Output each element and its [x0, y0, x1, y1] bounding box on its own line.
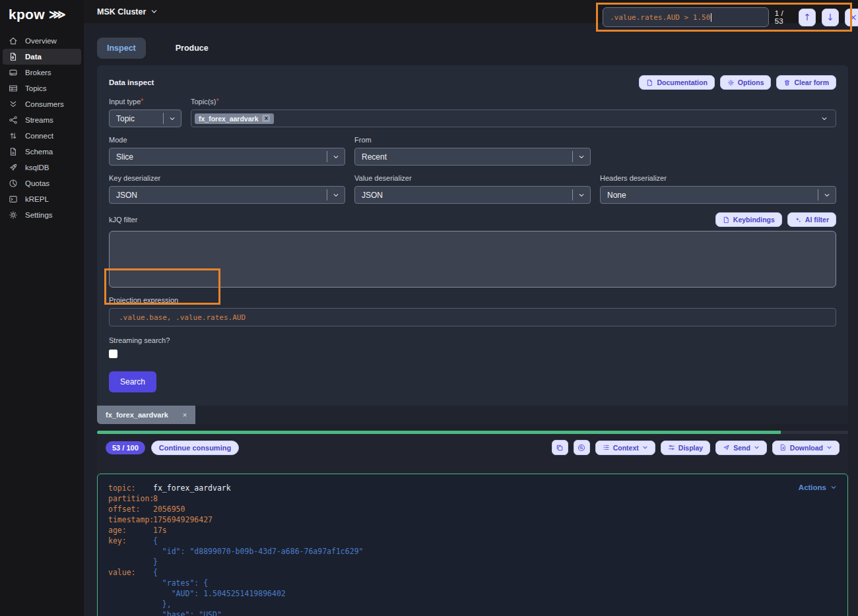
- input-type-field: Input type* Topic: [109, 98, 182, 127]
- topics-multiselect[interactable]: fx_forex_aardvark ×: [191, 109, 836, 127]
- page-tabs: Inspect Produce: [97, 38, 848, 59]
- chevron-down-icon: [754, 445, 760, 450]
- gear-icon: [9, 210, 18, 220]
- find-next-button[interactable]: ↓: [822, 9, 839, 26]
- find-previous-button[interactable]: ↑: [799, 9, 816, 26]
- search-results-button[interactable]: [574, 440, 590, 455]
- key-deserializer-select[interactable]: JSON: [109, 186, 345, 204]
- close-icon: ×: [849, 12, 857, 22]
- mode-select[interactable]: Slice: [109, 148, 345, 166]
- document-icon: [646, 79, 653, 86]
- message-row-partition: partition: 8: [108, 493, 837, 504]
- sidebar-item-ksqldb[interactable]: ksqlDB: [3, 160, 81, 175]
- from-field: From Recent: [354, 136, 591, 166]
- chevron-down-icon: [150, 8, 158, 15]
- result-tab-fx-forex-aardvark[interactable]: fx_forex_aardvark ×: [97, 406, 195, 424]
- results-toolbar: 53 / 100 Continue consuming Context: [97, 434, 848, 460]
- streaming-search-checkbox[interactable]: [109, 350, 117, 358]
- message-timestamp-value: 1756949296427: [153, 514, 213, 525]
- brokers-server-icon: [9, 68, 18, 77]
- chevron-down-icon: [573, 192, 590, 199]
- tab-inspect[interactable]: Inspect: [97, 38, 146, 59]
- find-match-position: 1 / 53: [775, 9, 793, 25]
- search-button[interactable]: Search: [109, 371, 156, 392]
- message-partition-value: 8: [153, 493, 158, 504]
- chevron-down-icon: [164, 115, 181, 122]
- sidebar-nav: Overview Data Brokers Topics Consumers S…: [0, 33, 84, 223]
- sidebar-item-quotas[interactable]: Quotas: [3, 175, 81, 191]
- text-caret: [711, 13, 711, 22]
- ai-filter-button[interactable]: AI filter: [787, 212, 836, 227]
- kjq-filter-textarea[interactable]: [109, 231, 836, 288]
- sidebar-item-connect[interactable]: Connect: [3, 128, 81, 144]
- sliders-icon: [668, 444, 675, 451]
- headers-deserializer-select[interactable]: None: [600, 186, 836, 204]
- sidebar-item-settings[interactable]: Settings: [3, 207, 81, 223]
- sidebar-item-label: Connect: [25, 132, 53, 140]
- cluster-selector[interactable]: MSK Cluster: [97, 7, 158, 16]
- sidebar-item-schema[interactable]: Schema: [3, 144, 81, 160]
- arrow-up-icon: ↑: [803, 12, 811, 22]
- documentation-button[interactable]: Documentation: [639, 75, 714, 90]
- streams-share-icon: [9, 115, 18, 125]
- value-deserializer-select[interactable]: JSON: [354, 186, 591, 204]
- topic-chip: fx_forex_aardvark ×: [195, 113, 274, 124]
- chevron-down-icon: [327, 154, 345, 160]
- send-dropdown[interactable]: Send: [715, 441, 767, 455]
- continue-consuming-button[interactable]: Continue consuming: [151, 441, 239, 455]
- chevron-down-icon: [573, 154, 590, 160]
- sidebar-item-label: Streams: [25, 116, 53, 124]
- data-file-icon: [9, 52, 18, 61]
- sidebar-item-overview[interactable]: Overview: [3, 33, 81, 49]
- consumers-chevrons-icon: [9, 100, 18, 109]
- topics-table-icon: [9, 84, 18, 93]
- sidebar-item-data[interactable]: Data: [3, 49, 81, 65]
- result-tabstrip: fx_forex_aardvark ×: [97, 406, 848, 424]
- clear-form-button[interactable]: Clear form: [776, 75, 836, 90]
- close-tab-icon[interactable]: ×: [183, 411, 187, 419]
- copy-icon: [556, 444, 564, 452]
- remove-topic-icon[interactable]: ×: [262, 115, 270, 122]
- gear-icon: [727, 79, 735, 86]
- actions-dropdown[interactable]: Actions: [799, 482, 837, 493]
- sidebar-item-consumers[interactable]: Consumers: [3, 96, 81, 112]
- download-dropdown[interactable]: Download: [772, 441, 840, 455]
- main-area: MSK Cluster Inspect Produce Data inspect…: [84, 0, 858, 616]
- message-row-value: value: { "rates": { "AUD": 1.50452514198…: [108, 567, 837, 616]
- tab-produce[interactable]: Produce: [166, 38, 218, 59]
- kpow-logo-text: kpow: [9, 7, 45, 22]
- context-dropdown[interactable]: Context: [595, 441, 655, 455]
- message-key-json: { "id": "d8899070-b09b-43d7-a686-76a97af…: [153, 536, 364, 567]
- projection-input[interactable]: .value.base, .value.rates.AUD: [109, 308, 836, 326]
- find-close-button[interactable]: ×: [845, 9, 858, 26]
- find-query-input[interactable]: .value.rates.AUD > 1.50: [603, 7, 769, 27]
- chevron-down-icon: [830, 484, 837, 491]
- input-type-select[interactable]: Topic: [109, 109, 182, 127]
- panel-actions: Documentation Options Clear form: [639, 75, 836, 90]
- sidebar-item-streams[interactable]: Streams: [3, 112, 81, 128]
- consumed-count-badge: 53 / 100: [106, 441, 145, 454]
- ksqldb-rocket-icon: [9, 163, 18, 172]
- find-bar: .value.rates.AUD > 1.50 1 / 53 ↑ ↓ ×: [603, 7, 858, 27]
- sidebar-item-topics[interactable]: Topics: [3, 80, 81, 96]
- options-button[interactable]: Options: [720, 75, 772, 90]
- display-button[interactable]: Display: [661, 441, 710, 455]
- value-deserializer-label: Value deserializer: [354, 174, 591, 182]
- sidebar-item-brokers[interactable]: Brokers: [3, 65, 81, 80]
- sidebar: kpow ⋙ Overview Data Brokers Topics: [0, 0, 84, 616]
- mode-field: Mode Slice: [109, 136, 345, 166]
- sidebar-item-label: kREPL: [25, 195, 49, 203]
- message-row-key: key: { "id": "d8899070-b09b-43d7-a686-76…: [108, 536, 837, 567]
- message-topic-value: fx_forex_aardvark: [153, 483, 231, 493]
- chevron-down-icon: [327, 192, 345, 199]
- sidebar-item-label: Settings: [25, 211, 53, 219]
- keybindings-button[interactable]: Keybindings: [715, 212, 782, 227]
- from-select[interactable]: Recent: [354, 148, 591, 166]
- sidebar-item-krepl[interactable]: kREPL: [3, 191, 81, 207]
- chevron-down-icon: [642, 445, 648, 450]
- search-circle-icon: [578, 444, 585, 452]
- copy-button[interactable]: [552, 440, 568, 455]
- results-section: 53 / 100 Continue consuming Context: [97, 431, 848, 616]
- streaming-search-label: Streaming search?: [109, 336, 836, 344]
- required-mark: *: [216, 98, 219, 105]
